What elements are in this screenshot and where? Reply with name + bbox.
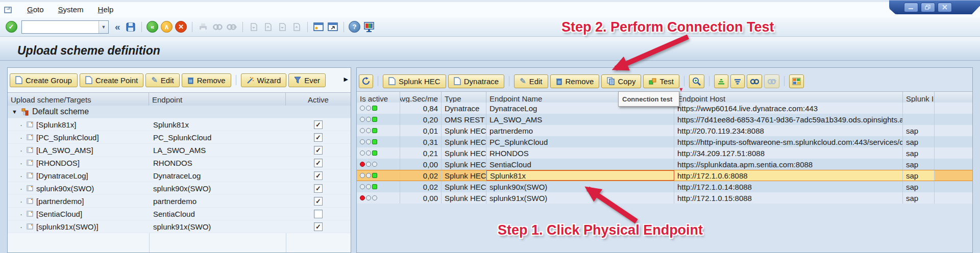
choose-detail-button[interactable] bbox=[689, 74, 704, 88]
save-icon[interactable] bbox=[125, 21, 137, 33]
event-filter-button[interactable]: Ever bbox=[288, 73, 326, 87]
annotation-step1: Step 1. Click Physical Endpoint bbox=[498, 222, 703, 238]
column-header-active[interactable]: Active bbox=[286, 93, 351, 106]
find-button[interactable] bbox=[747, 74, 762, 88]
edit-button[interactable]: ✎ Edit bbox=[145, 73, 179, 87]
table-row[interactable]: 0,02 Splunk HEC splunk90x(SWO) http://17… bbox=[357, 181, 972, 192]
tree-row[interactable]: ·[LA_SWO_AMS] LA_SWO_AMS bbox=[8, 144, 351, 157]
binoculars-plus-icon bbox=[767, 78, 776, 85]
new-session-icon[interactable] bbox=[312, 21, 325, 33]
tree-row[interactable]: ·[partnerdemo] partnerdemo bbox=[8, 195, 351, 208]
status-led-icon bbox=[360, 128, 377, 133]
tree-row[interactable]: ·[Splunk81x] Splunk81x bbox=[8, 118, 351, 131]
tree-row[interactable]: ·splunk90x(SWO) splunk90x(SWO) bbox=[8, 182, 351, 195]
tree-row[interactable]: ·[SentiaCloud] SentiaCloud bbox=[8, 208, 351, 220]
create-group-button[interactable]: Create Group bbox=[10, 73, 78, 87]
last-page-icon-disabled bbox=[290, 21, 303, 33]
notebook-icon bbox=[26, 134, 34, 141]
menu-goto[interactable]: Goto bbox=[20, 3, 51, 16]
remove-button[interactable]: Remove bbox=[182, 73, 231, 87]
restore-button[interactable] bbox=[921, 3, 935, 12]
remove-endpoint-button[interactable]: Remove bbox=[550, 74, 600, 88]
active-checkbox[interactable] bbox=[314, 146, 323, 155]
toolbar-overflow-icon[interactable]: ▶ bbox=[344, 76, 348, 83]
notebook-icon bbox=[26, 121, 34, 128]
collapse-toolbar-icon[interactable]: « bbox=[113, 21, 122, 33]
minimize-button[interactable] bbox=[904, 3, 918, 12]
tooltip-caret-icon: ▼ bbox=[678, 86, 684, 92]
notebook-icon bbox=[26, 146, 34, 154]
next-page-icon-disabled bbox=[276, 21, 288, 33]
find-next-button[interactable] bbox=[764, 74, 779, 88]
close-button[interactable] bbox=[938, 3, 952, 12]
status-led-icon bbox=[360, 150, 377, 156]
window-controls bbox=[889, 0, 980, 14]
page-title: Upload scheme definition bbox=[17, 44, 160, 58]
customize-layout-icon[interactable] bbox=[363, 21, 375, 33]
command-input[interactable] bbox=[22, 22, 99, 32]
back-icon[interactable]: « bbox=[146, 21, 159, 33]
active-checkbox[interactable] bbox=[314, 120, 323, 129]
create-dynatrace-button[interactable]: Dynatrace bbox=[448, 74, 504, 88]
magnifier-icon bbox=[692, 77, 701, 86]
help-icon[interactable]: ? bbox=[349, 21, 361, 33]
wizard-button[interactable]: Wizard bbox=[241, 73, 287, 87]
wand-icon bbox=[247, 77, 254, 84]
refresh-button[interactable] bbox=[359, 74, 373, 88]
trash-icon bbox=[556, 78, 562, 85]
active-checkbox[interactable] bbox=[314, 184, 323, 193]
table-row[interactable]: 0,01 Splunk HEC partnerdemo http://20.70… bbox=[357, 125, 972, 136]
trash-icon bbox=[187, 77, 194, 84]
column-header-endpoint[interactable]: Endpoint bbox=[149, 93, 286, 106]
tree-row[interactable]: ·[splunk91x(SWO)] splunk91x(SWO) bbox=[8, 220, 351, 233]
active-checkbox[interactable] bbox=[314, 210, 323, 218]
active-checkbox[interactable] bbox=[314, 133, 323, 142]
table-row[interactable]: 0,20 OMS REST LA_SWO_AMS https://7d41ee8… bbox=[357, 114, 972, 125]
copy-endpoint-button[interactable]: Copy bbox=[601, 74, 641, 88]
print-icon[interactable] bbox=[197, 21, 209, 33]
upload-scheme-panel: Create Group Create Point ✎ Edit Remove … bbox=[7, 67, 351, 253]
cancel-icon[interactable]: ✕ bbox=[175, 21, 187, 33]
status-led-icon bbox=[360, 117, 377, 122]
pencil-icon: ✎ bbox=[151, 75, 158, 85]
create-splunk-hec-button[interactable]: Splunk HEC bbox=[383, 74, 446, 88]
system-toolbar: ✓ ▼ « « ∧ ✕ ? bbox=[0, 17, 980, 37]
notebook-icon bbox=[26, 223, 34, 230]
create-point-button[interactable]: Create Point bbox=[80, 73, 143, 87]
tree-root-row[interactable]: ▼ Default scheme bbox=[8, 106, 351, 118]
table-row[interactable]: 0,31 Splunk HEC PC_SplunkCloud https://h… bbox=[357, 136, 972, 147]
active-checkbox[interactable] bbox=[314, 171, 323, 180]
connection-test-button[interactable]: Test bbox=[643, 74, 679, 88]
tree-row[interactable]: ·[PC_SplunkCloud] PC_SplunkCloud bbox=[8, 131, 351, 144]
active-checkbox[interactable] bbox=[314, 197, 323, 206]
status-led-icon bbox=[360, 195, 377, 200]
command-dropdown-icon[interactable]: ▼ bbox=[99, 21, 108, 33]
tree-row[interactable]: ·[DynatraceLog] DynatraceLog bbox=[8, 169, 351, 182]
enter-icon[interactable]: ✓ bbox=[5, 21, 17, 33]
column-header-targets[interactable]: Upload scheme/Targets bbox=[8, 93, 149, 106]
filter-icon bbox=[294, 77, 301, 84]
expander-icon[interactable]: ▼ bbox=[12, 109, 17, 115]
menu-system[interactable]: System bbox=[51, 3, 91, 16]
shortcut-icon[interactable] bbox=[327, 21, 339, 33]
annotation-step2: Step 2. Perform Connection Test bbox=[561, 19, 774, 35]
menu-help[interactable]: Help bbox=[91, 3, 121, 16]
table-row[interactable]: 0,21 Splunk HEC RHONDOS http://34.209.12… bbox=[357, 147, 972, 159]
sort-descending-button[interactable] bbox=[730, 74, 745, 88]
active-checkbox[interactable] bbox=[314, 222, 323, 231]
pencil-icon: ✎ bbox=[520, 77, 526, 86]
first-page-icon-disabled bbox=[248, 21, 260, 33]
tree-row[interactable]: ·[RHONDOS] RHONDOS bbox=[8, 157, 351, 169]
table-row[interactable]: 0,00 Splunk HEC SentiaCloud https://splu… bbox=[357, 159, 972, 170]
active-checkbox[interactable] bbox=[314, 159, 323, 167]
table-layout-button[interactable] bbox=[789, 74, 804, 88]
find-icon-disabled bbox=[211, 21, 224, 33]
sort-ascending-button[interactable] bbox=[714, 74, 728, 88]
title-bar: Upload scheme definition bbox=[0, 41, 980, 61]
edit-endpoint-button[interactable]: ✎ Edit bbox=[514, 74, 548, 88]
system-menu-icon[interactable] bbox=[4, 6, 13, 14]
exit-icon[interactable]: ∧ bbox=[161, 21, 173, 33]
status-led-icon bbox=[360, 173, 377, 178]
table-row[interactable]: 0,00 Splunk HEC splunk91x(SWO) http://17… bbox=[357, 192, 972, 204]
table-row-selected[interactable]: 0,02 Splunk HEC Splunk81x http://172.1.0… bbox=[357, 170, 972, 181]
